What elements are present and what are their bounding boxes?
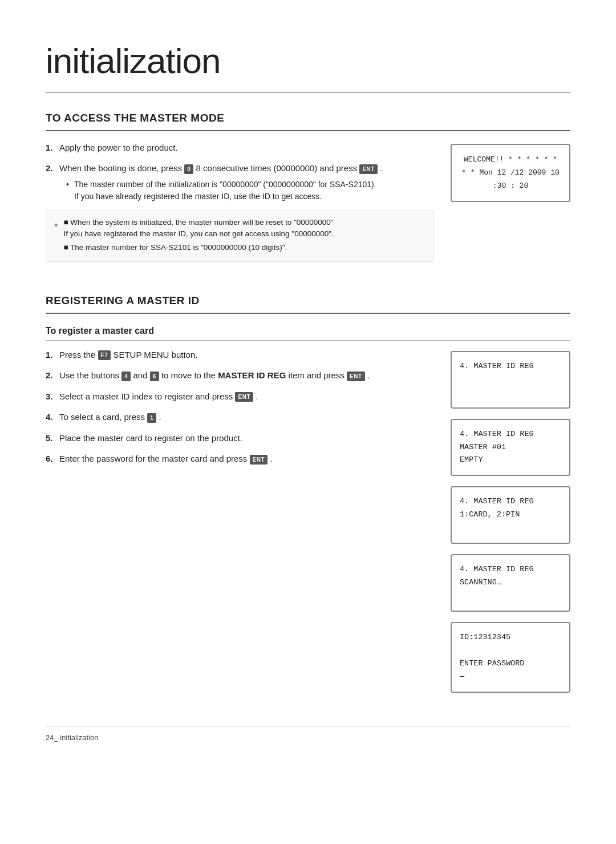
register-step-4: 4. To select a card, press 1 . bbox=[46, 411, 433, 424]
key-6: 6 bbox=[150, 371, 159, 381]
screen-box-3: 4. MASTER ID REG 1:CARD, 2:PIN bbox=[451, 486, 570, 544]
page-footer: 24_ initialization bbox=[46, 726, 570, 744]
section-master-mode-content: 1. Apply the power to the product. 2. Wh… bbox=[46, 142, 433, 273]
screen-box-1: 4. MASTER ID REG bbox=[451, 351, 570, 409]
screen-box-5: ID:12312345 ENTER PASSWORD — bbox=[451, 622, 570, 693]
key-ent-1: ENT bbox=[359, 164, 378, 174]
screen-box-2: 4. MASTER ID REG MASTER #01 EMPTY bbox=[451, 419, 570, 476]
key-1: 1 bbox=[147, 413, 156, 423]
key-ent-3: ENT bbox=[235, 392, 253, 402]
subsection-register-card-title: To register a master card bbox=[46, 324, 570, 341]
welcome-line-1: WELCOME!! bbox=[464, 155, 504, 164]
register-step-6: 6. Enter the password for the master car… bbox=[46, 453, 433, 466]
step-2: 2. When the booting is done, press 0 8 c… bbox=[46, 162, 433, 203]
section-master-id-title: REGISTERING A MASTER ID bbox=[46, 293, 570, 314]
footer-text: 24_ initialization bbox=[46, 733, 99, 742]
sub-bullet-1: The master number of the initialization … bbox=[64, 179, 433, 203]
subsection-register-card-content: 1. Press the F7 SETUP MENU button. 2. Us… bbox=[46, 349, 433, 703]
section-master-id: REGISTERING A MASTER ID To register a ma… bbox=[46, 293, 570, 703]
note-line-2: ■ The master number for SSA-S2101 is "00… bbox=[63, 242, 425, 253]
key-4: 4 bbox=[121, 371, 131, 381]
key-ent-2: ENT bbox=[347, 371, 365, 381]
welcome-line-3: Mon 12 /12 2009 bbox=[479, 168, 546, 177]
welcome-screen: WELCOME!! * * * * * * * * Mon 12 /12 200… bbox=[451, 144, 570, 202]
note-line-1: ■ When the system is initialized, the ma… bbox=[63, 217, 425, 240]
master-id-reg-bold: MASTER ID REG bbox=[218, 370, 286, 380]
side-col-section1: WELCOME!! * * * * * * * * Mon 12 /12 200… bbox=[451, 142, 570, 273]
side-col-section2: 4. MASTER ID REG 4. MASTER ID REG MASTER… bbox=[451, 349, 570, 703]
key-ent-4: ENT bbox=[250, 455, 268, 465]
register-step-5: 5. Place the master card to register on … bbox=[46, 432, 433, 445]
step-1: 1. Apply the power to the product. bbox=[46, 142, 433, 155]
key-0: 0 bbox=[184, 164, 193, 174]
register-step-2: 2. Use the buttons 4 and 6 to move to th… bbox=[46, 369, 433, 382]
section-master-mode-title: TO ACCESS THE MASTER MODE bbox=[46, 110, 570, 131]
section-master-mode: TO ACCESS THE MASTER MODE 1. Apply the p… bbox=[46, 110, 570, 272]
register-step-1: 1. Press the F7 SETUP MENU button. bbox=[46, 349, 433, 362]
page-title: initialization bbox=[46, 34, 570, 93]
register-step-3: 3. Select a master ID index to register … bbox=[46, 390, 433, 403]
key-f7: F7 bbox=[98, 350, 111, 360]
screen-box-4: 4. MASTER ID REG SCANNING… bbox=[451, 554, 570, 612]
note-box: ▪ ■ When the system is initialized, the … bbox=[46, 211, 433, 263]
note-icon: ▪ bbox=[54, 217, 58, 256]
